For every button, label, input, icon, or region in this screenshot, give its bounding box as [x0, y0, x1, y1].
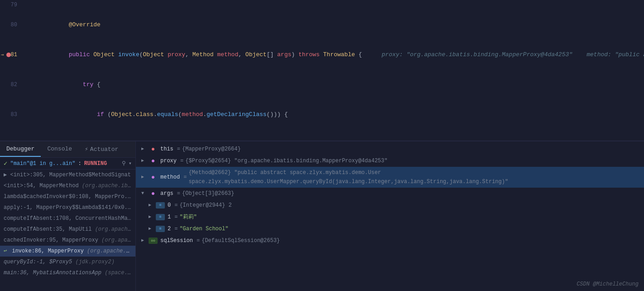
var-name-args-2: 2 — [168, 224, 171, 233]
var-type-icon-sqlsession: oo — [149, 238, 158, 244]
var-type-icon-method: ● — [149, 174, 158, 180]
var-expand-args-0[interactable] — [149, 201, 156, 210]
stack-frame-init54[interactable]: <init>:54, MapperMethod (org.apache.ib..… — [0, 180, 135, 191]
panel-tabs: Debugger Console ⚡Actuator — [0, 141, 135, 158]
thread-dropdown[interactable]: ▾ — [129, 160, 132, 167]
var-row-sqlsession[interactable]: oo sqlSession = {DefaultSqlSession@2653} — [136, 235, 644, 247]
code-content-81: public Object invoke(Object proxy, Metho… — [23, 40, 644, 70]
stack-frame-apply[interactable]: apply:-1, MapperProxy$$Lambda$141/0x0... — [0, 202, 135, 213]
tab-actuator[interactable]: ⚡Actuator — [78, 142, 125, 157]
thread-bar: ✓ "main"@1 in g...ain": RUNNING ⚲ ▾ — [0, 158, 135, 170]
var-name-method: method — [160, 173, 180, 182]
var-value-args-0: {Integer@2944} 2 — [179, 201, 231, 210]
code-content-84: return method.invoke( obj this, args); — [23, 130, 644, 141]
var-expand-args-1[interactable] — [149, 213, 156, 222]
stack-frame-computeifabsent1708[interactable]: computeIfAbsent:1708, ConcurrentHashMa..… — [0, 213, 135, 224]
code-line-83: 83 if (Object.class.equals(method.getDec… — [0, 100, 644, 130]
var-name-this: this — [160, 145, 173, 154]
var-row-args[interactable]: ● args = {Object[3]@2663} — [136, 188, 644, 199]
var-row-args-0[interactable]: ≡ 0 = {Integer@2944} 2 — [136, 199, 644, 211]
stack-frame-lambda[interactable]: lambda$cachedInvoker$0:108, MapperPro... — [0, 191, 135, 202]
stack-frame-querybyid-label: queryById:-1, $Proxy5 (jdk.proxy2) — [4, 259, 115, 265]
var-expand-args[interactable] — [141, 189, 149, 198]
var-row-this[interactable]: ● this = {MapperProxy@2664} — [136, 143, 644, 155]
var-row-args-1[interactable]: ≡ 1 = "莉莉" — [136, 211, 644, 223]
inline-hint-81: proxy: "org.apache.ibatis.binding.Mapper… — [371, 51, 644, 58]
tab-debugger[interactable]: Debugger — [0, 142, 41, 157]
actuator-icon: ⚡ — [85, 146, 88, 153]
var-name-args-0: 0 — [168, 201, 171, 210]
code-content-80: @Override — [23, 10, 644, 40]
stack-frame-lambda-label: lambda$cachedInvoker$0:108, MapperPro... — [4, 194, 134, 200]
tab-console-label: Console — [47, 146, 72, 152]
line-number-84: 84 — [0, 140, 23, 141]
code-line-79: 79 — [0, 0, 644, 10]
stack-arrow-icon: ↩ — [4, 248, 10, 254]
stack-frame-this-label: <init>:305, MapperMethod$MethodSignat — [10, 172, 130, 178]
code-line-81: ⇒ 81 public Object invoke(Object proxy, … — [0, 40, 644, 70]
var-expand-sqlsession[interactable] — [141, 236, 149, 245]
var-value-method: {Method@2662} "public abstract space.zly… — [188, 168, 639, 186]
breakpoint-81 — [6, 53, 11, 57]
var-value-args-1: "莉莉" — [179, 213, 197, 222]
stack-frame-computeifabsent35[interactable]: computeIfAbsent:35, MapUtil (org.apache.… — [0, 224, 135, 235]
line-number-82: 82 — [0, 80, 23, 90]
var-row-proxy[interactable]: ● proxy = {$Proxy5@2654} "org.apache.iba… — [136, 155, 644, 167]
code-lines: 79 80 @Override ⇒ 81 public Object invok… — [0, 0, 644, 141]
var-expand-proxy[interactable] — [141, 156, 149, 165]
tab-actuator-label: Actuator — [90, 146, 118, 153]
var-row-method[interactable]: ● method = {Method@2662} "public abstrac… — [136, 167, 644, 188]
var-name-args-1: 1 — [168, 213, 171, 222]
line-number-81: ⇒ 81 — [0, 50, 23, 60]
line-number-83: 83 — [0, 110, 23, 120]
stack-frame-main36[interactable]: main:36, MybatisAnnotationsApp (space.zl… — [0, 267, 135, 278]
var-value-args: {Object[3]@2663} — [182, 189, 234, 198]
var-value-args-2: "Garden School" — [179, 224, 228, 233]
csdn-watermark: CSDN @MichelleChung — [577, 281, 639, 287]
var-eq-args-2: = — [174, 224, 178, 233]
stack-frame-querybyid[interactable]: queryById:-1, $Proxy5 (jdk.proxy2) — [0, 257, 135, 267]
var-eq-args: = — [177, 189, 180, 198]
code-line-84: 84 return method.invoke( obj this, args)… — [0, 130, 644, 141]
stack-frame-apply-label: apply:-1, MapperProxy$$Lambda$141/0x0... — [4, 204, 134, 211]
stack-frame-computeifabsent35-label: computeIfAbsent:35, MapUtil (org.apache.… — [4, 226, 135, 233]
var-eq-this: = — [177, 145, 180, 154]
code-line-80: 80 @Override — [0, 10, 644, 40]
tab-debugger-label: Debugger — [6, 146, 34, 152]
thread-status: RUNNING — [84, 160, 107, 167]
var-type-icon-proxy: ● — [149, 158, 158, 164]
var-eq-proxy: = — [180, 156, 183, 165]
code-line-82: 82 try { — [0, 70, 644, 100]
var-type-icon-args-0: ≡ — [156, 202, 165, 209]
stack-frame-invoke86-label: invoke:86, MapperProxy (org.apache.ibati… — [12, 248, 135, 254]
var-row-args-2[interactable]: ≡ 2 = "Garden School" — [136, 223, 644, 235]
stack-frame-init54-label: <init>:54, MapperMethod (org.apache.ib..… — [4, 183, 135, 189]
var-type-icon-this: ● — [149, 146, 158, 152]
stack-frame-cachedinvoker-label: cachedInvoker:95, MapperProxy (org.apac.… — [4, 237, 135, 243]
var-eq-sqlsession: = — [197, 236, 200, 245]
code-editor: 79 80 @Override ⇒ 81 public Object invok… — [0, 0, 644, 141]
var-type-icon-args: ● — [149, 190, 158, 197]
var-eq-args-1: = — [174, 213, 178, 222]
thread-name: "main"@1 in g...ain" — [10, 160, 75, 167]
fn-invoke: invoke — [118, 51, 139, 58]
kw-throws: throws — [298, 51, 320, 58]
var-expand-args-2[interactable] — [149, 224, 156, 233]
var-expand-method[interactable] — [141, 173, 149, 182]
vars-panel: ● this = {MapperProxy@2664} ● proxy = {$… — [136, 141, 644, 291]
var-name-sqlsession: sqlSession — [160, 236, 193, 245]
stack-frame-main36-label: main:36, MybatisAnnotationsApp (space.zl… — [4, 270, 135, 276]
tab-console[interactable]: Console — [41, 142, 78, 157]
code-content-83: if (Object.class.equals(method.getDeclar… — [23, 100, 644, 130]
var-value-proxy: {$Proxy5@2654} "org.apache.ibatis.bindin… — [185, 156, 387, 165]
stack-frame-this[interactable]: ▶ <init>:305, MapperMethod$MethodSignat — [0, 170, 135, 180]
filter-icon[interactable]: ⚲ — [122, 160, 126, 167]
var-expand-this[interactable] — [141, 145, 149, 154]
stack-frame-computeifabsent1708-label: computeIfAbsent:1708, ConcurrentHashMa..… — [4, 215, 135, 222]
stack-frame-invoke86[interactable]: ↩ invoke:86, MapperProxy (org.apache.iba… — [0, 246, 135, 257]
stack-frame-cachedinvoker[interactable]: cachedInvoker:95, MapperProxy (org.apac.… — [0, 235, 135, 246]
line-number-80: 80 — [0, 20, 23, 30]
type-object: Object — [93, 51, 115, 58]
line-number-79: 79 — [0, 0, 23, 10]
annotation-override: @Override — [69, 21, 101, 28]
